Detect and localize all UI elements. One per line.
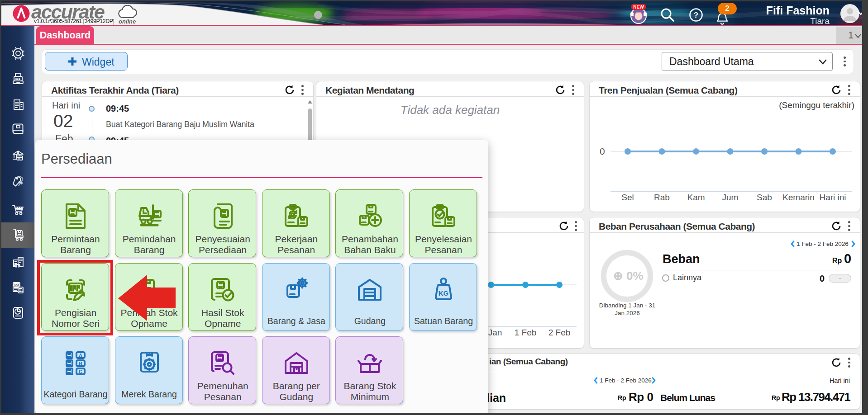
svg-text:Jan: Jan [488, 328, 502, 337]
svg-text:Hari ini: Hari ini [819, 193, 846, 202]
svg-text:Kemarin: Kemarin [782, 193, 815, 202]
svg-text:2 Feb: 2 Feb [548, 328, 571, 337]
svg-text:0: 0 [600, 146, 605, 156]
svg-text:KG: KG [439, 289, 449, 297]
svg-text:Sab: Sab [757, 193, 772, 202]
svg-text:B: B [79, 361, 82, 366]
svg-text:C: C [79, 369, 82, 374]
svg-text:Kam: Kam [687, 193, 705, 202]
svg-text:Sel: Sel [621, 193, 634, 202]
svg-text:A: A [79, 353, 82, 358]
svg-text:Jum: Jum [722, 193, 739, 202]
svg-text:Rab: Rab [654, 193, 670, 202]
svg-text:Rp: Rp [19, 180, 23, 184]
svg-text:NEW: NEW [633, 5, 644, 9]
svg-text:?: ? [694, 11, 698, 19]
svg-text:TAX: TAX [14, 283, 19, 286]
svg-text:1 Feb: 1 Feb [515, 328, 537, 337]
